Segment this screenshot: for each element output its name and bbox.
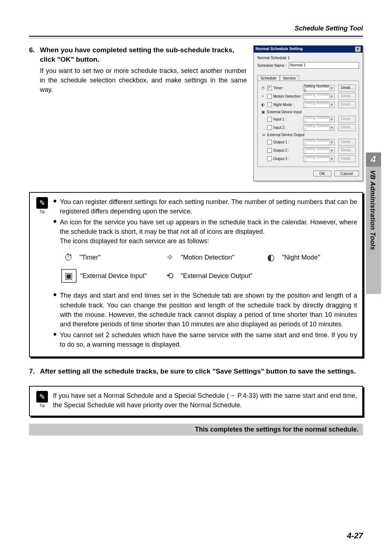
tab-service[interactable]: Service [280, 75, 299, 81]
schedule-name-input[interactable]: Normal 1 [289, 62, 359, 69]
output1-select[interactable]: Setting Number 1▾ [303, 139, 335, 145]
night-select[interactable]: Setting Number 1▾ [303, 102, 335, 108]
output1-label: Output 1 : [273, 140, 302, 144]
step6-number: 6. [29, 45, 38, 64]
legend-ext-in-icon: ▣ [61, 269, 77, 283]
header-rule-thin [29, 38, 363, 38]
output2-label: Output 2 : [273, 148, 302, 152]
tab-schedule[interactable]: Schedule [257, 75, 280, 81]
schedule-name-label: Schedule Name : [257, 63, 287, 68]
ext-input-icon: ▣ [261, 110, 266, 114]
output3-select[interactable]: Setting Number 1▾ [303, 156, 335, 162]
legend-timer-icon: ⏱ [61, 251, 76, 264]
night-detail-button[interactable]: Detail... [338, 101, 356, 108]
tip-box-2: ✎ Tip If you have set a Normal Schedule … [29, 386, 363, 416]
cancel-button[interactable]: Cancel [334, 171, 359, 176]
input2-label: Input 2 : [273, 126, 302, 130]
page-number: 4-27 [347, 531, 363, 540]
night-icon: ◐ [261, 102, 266, 107]
tip-icon: ✎ [36, 391, 48, 403]
completion-banner: This completes the settings for the norm… [29, 424, 363, 436]
legend-ext-out-icon: ⟲ [163, 269, 177, 282]
output1-detail-button[interactable]: Detail... [338, 139, 356, 146]
input2-select[interactable]: Setting Number 1▾ [303, 125, 335, 131]
legend-timer-label: "Timer" [79, 253, 101, 262]
chevron-down-icon: ▾ [329, 94, 334, 99]
timer-icon: ⏱ [261, 86, 266, 90]
dialog-subtitle: Normal Schedule 1 [257, 56, 359, 60]
tip1-bullet-2: An icon for the service you have set up … [60, 219, 357, 235]
timer-checkbox[interactable] [267, 86, 272, 90]
ext-output-icon: ⇲ [261, 132, 266, 137]
legend-night-icon: ◐ [264, 251, 278, 264]
tip-icon: ✎ [36, 197, 48, 209]
motion-checkbox[interactable] [267, 94, 272, 99]
icon-legend: ⏱"Timer" ✧"Motion Detection" ◐"Night Mod… [61, 251, 357, 283]
timer-detail-button[interactable]: Detail... [338, 85, 356, 91]
chapter-label: VB Administration Tools [366, 167, 379, 254]
night-checkbox[interactable] [267, 102, 272, 107]
tip-label: Tip [35, 209, 49, 214]
night-label: Night Mode : [273, 103, 302, 107]
chevron-down-icon: ▾ [329, 117, 334, 122]
motion-icon: ✧ [261, 94, 266, 99]
input2-detail-button[interactable]: Detail... [338, 124, 356, 131]
output2-detail-button[interactable]: Detail... [338, 147, 356, 154]
motion-detail-button[interactable]: Detail... [338, 93, 356, 100]
tip2-body: If you have set a Normal Schedule and a … [53, 391, 357, 410]
input1-select[interactable]: Setting Number 1▾ [303, 116, 335, 122]
legend-ext-in-label: "External Device Input" [80, 271, 147, 281]
legend-night-label: "Night Mode" [282, 253, 320, 262]
step6-body: If you want to set two or more schedule … [40, 66, 247, 94]
chevron-down-icon: ▾ [329, 148, 334, 153]
output3-detail-button[interactable]: Detail... [338, 155, 356, 162]
timer-label: Timer : [273, 86, 302, 90]
motion-select[interactable]: Setting Number 1▾ [303, 93, 335, 99]
chevron-down-icon: ▾ [329, 103, 334, 107]
chevron-down-icon: ▾ [329, 86, 334, 90]
side-tab: 4 VB Administration Tools [366, 152, 381, 294]
output2-select[interactable]: Setting Number 1▾ [303, 147, 335, 154]
input1-detail-button[interactable]: Detail... [338, 116, 356, 123]
input1-label: Input 1 : [273, 117, 302, 121]
ok-button[interactable]: OK [313, 171, 331, 176]
schedule-setting-dialog: Normal Schedule Setting ✕ Normal Schedul… [253, 45, 363, 181]
tip-box-1: ✎ Tip ●You can register different settin… [29, 192, 363, 357]
output3-label: Output 3 : [273, 157, 302, 161]
step7-number: 7. [29, 367, 38, 376]
page: Schedule Setting Tool 4 VB Administratio… [0, 0, 392, 555]
close-icon[interactable]: ✕ [355, 46, 361, 52]
timer-select[interactable]: Setting Number 1▾ [303, 85, 335, 91]
service-tab-panel: ⏱ Timer : Setting Number 1▾ Detail... ✧ … [257, 81, 359, 167]
step7-title: After setting all the schedule tracks, b… [40, 367, 356, 376]
chevron-down-icon: ▾ [329, 126, 334, 130]
step6-title: When you have completed setting the sub-… [40, 45, 247, 64]
output3-checkbox[interactable] [267, 156, 272, 161]
header-rule-thick [29, 36, 363, 37]
output1-checkbox[interactable] [267, 140, 272, 144]
tip1-bullet-3: The days and start and end times set in … [60, 291, 357, 328]
tip1-bullet-2b: The icons displayed for each service are… [60, 237, 209, 245]
input2-checkbox[interactable] [267, 125, 272, 130]
motion-label: Motion Detection : [273, 94, 302, 98]
chevron-down-icon: ▾ [329, 157, 334, 161]
dialog-title: Normal Schedule Setting [256, 46, 303, 52]
input1-checkbox[interactable] [267, 117, 272, 122]
output2-checkbox[interactable] [267, 148, 272, 153]
legend-motion-label: "Motion Detection" [181, 253, 234, 262]
ext-input-header: External Device Input [267, 110, 302, 114]
chapter-number: 4 [366, 152, 381, 167]
legend-ext-out-label: "External Device Output" [181, 271, 253, 281]
tip-label: Tip [35, 403, 49, 408]
ext-output-header: External Device Output [267, 133, 305, 137]
running-header: Schedule Setting Tool [295, 25, 363, 32]
tip1-bullet-4: You cannot set 2 schedules which have th… [60, 330, 357, 349]
legend-motion-icon: ✧ [163, 251, 177, 264]
chevron-down-icon: ▾ [329, 140, 334, 144]
tip1-bullet-1: You can register different settings for … [60, 197, 357, 216]
